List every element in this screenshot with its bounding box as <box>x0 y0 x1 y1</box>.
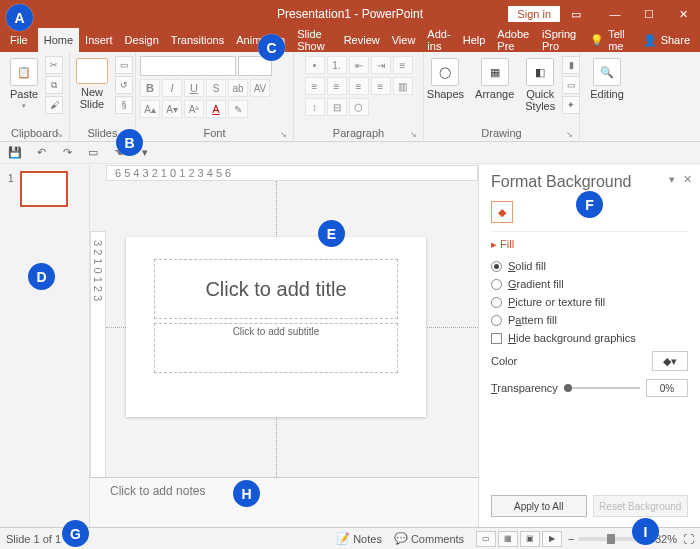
color-picker-button[interactable]: ◆▾ <box>652 351 688 371</box>
tab-transitions[interactable]: Transitions <box>165 28 230 52</box>
numbering-button[interactable]: 1. <box>327 56 347 74</box>
hide-bg-checkbox[interactable]: Hide background graphics <box>491 329 688 347</box>
tab-addins[interactable]: Add-ins <box>421 28 456 52</box>
font-family-input[interactable] <box>140 56 236 76</box>
columns-button[interactable]: ▥ <box>393 77 413 95</box>
zoom-out-button[interactable]: − <box>568 533 574 545</box>
shape-effects-button[interactable]: ✦ <box>562 96 580 114</box>
layout-button[interactable]: ▭ <box>115 56 133 74</box>
drawing-launcher[interactable]: ↘ <box>566 130 573 139</box>
apply-to-all-button[interactable]: Apply to All <box>491 495 587 517</box>
quick-styles-button[interactable]: ◧Quick Styles <box>521 56 559 114</box>
sorter-view-button[interactable]: ▦ <box>498 531 518 547</box>
slide-thumbnail-1[interactable]: 1 <box>20 171 68 207</box>
paragraph-launcher[interactable]: ↘ <box>410 130 417 139</box>
tab-file[interactable]: File <box>0 28 38 52</box>
redo-button[interactable]: ↷ <box>58 144 76 162</box>
ribbon-display-options[interactable]: ▭ <box>564 0 588 28</box>
normal-view-button[interactable]: ▭ <box>476 531 496 547</box>
maximize-button[interactable]: ☐ <box>632 0 666 28</box>
clipboard-launcher[interactable]: ↘ <box>56 130 63 139</box>
close-button[interactable]: ✕ <box>666 0 700 28</box>
title-placeholder[interactable]: Click to add title <box>154 259 398 319</box>
align-left-button[interactable]: ≡ <box>305 77 325 95</box>
save-button[interactable]: 💾 <box>6 144 24 162</box>
section-button[interactable]: § <box>115 96 133 114</box>
shape-outline-button[interactable]: ▭ <box>562 76 580 94</box>
new-slide-button[interactable]: New Slide <box>72 56 112 112</box>
shapes-button[interactable]: ◯Shapes <box>423 56 468 102</box>
clear-format-button[interactable]: Aᵃ <box>184 100 204 118</box>
shape-fill-button[interactable]: ▮ <box>562 56 580 74</box>
arrange-button[interactable]: ▦Arrange <box>471 56 518 102</box>
indent-inc-button[interactable]: ⇥ <box>371 56 391 74</box>
notes-pane[interactable]: Click to add notes <box>90 477 478 527</box>
align-text-button[interactable]: ⊟ <box>327 98 347 116</box>
minimize-button[interactable]: — <box>598 0 632 28</box>
grow-font-button[interactable]: A▴ <box>140 100 160 118</box>
paste-button[interactable]: 📋Paste▾ <box>6 56 42 112</box>
slide-info[interactable]: Slide 1 of 1 <box>6 533 61 545</box>
reading-view-button[interactable]: ▣ <box>520 531 540 547</box>
reset-background-button: Reset Background <box>593 495 689 517</box>
transparency-slider[interactable] <box>564 387 640 389</box>
comments-button[interactable]: 💬Comments <box>388 532 470 545</box>
tab-slideshow[interactable]: Slide Show <box>291 28 337 52</box>
bullets-button[interactable]: • <box>305 56 325 74</box>
highlight-button[interactable]: ✎ <box>228 100 248 118</box>
slide-canvas[interactable]: Click to add title Click to add subtitle <box>126 237 426 417</box>
tab-insert[interactable]: Insert <box>79 28 119 52</box>
start-from-beginning-button[interactable]: ▭ <box>84 144 102 162</box>
smartart-button[interactable]: ⬡ <box>349 98 369 116</box>
shrink-font-button[interactable]: A▾ <box>162 100 182 118</box>
font-color-button[interactable]: A <box>206 100 226 118</box>
share-button[interactable]: 👤Share <box>633 34 700 47</box>
justify-button[interactable]: ≡ <box>371 77 391 95</box>
shadow-button[interactable]: ab <box>228 79 248 97</box>
signin-button[interactable]: Sign in <box>508 6 560 22</box>
slideshow-view-button[interactable]: ▶ <box>542 531 562 547</box>
strike-button[interactable]: S <box>206 79 226 97</box>
solid-fill-radio[interactable]: Solid fill <box>491 257 688 275</box>
tab-adobe[interactable]: Adobe Pre <box>491 28 536 52</box>
spacing-button[interactable]: AV <box>250 79 270 97</box>
fit-to-window-button[interactable]: ⛶ <box>683 533 694 545</box>
indent-dec-button[interactable]: ⇤ <box>349 56 369 74</box>
align-right-button[interactable]: ≡ <box>349 77 369 95</box>
cut-button[interactable]: ✂ <box>45 56 63 74</box>
notes-button[interactable]: 📝Notes <box>330 532 388 545</box>
tab-ispring[interactable]: iSpring Pro <box>536 28 582 52</box>
subtitle-placeholder[interactable]: Click to add subtitle <box>154 323 398 373</box>
horizontal-ruler[interactable]: 6 5 4 3 2 1 0 1 2 3 4 5 6 <box>106 165 478 181</box>
italic-button[interactable]: I <box>162 79 182 97</box>
align-center-button[interactable]: ≡ <box>327 77 347 95</box>
tab-home[interactable]: Home <box>38 28 79 52</box>
font-launcher[interactable]: ↘ <box>280 130 287 139</box>
fill-tab-icon[interactable]: ◆ <box>491 201 513 223</box>
fill-section-heading[interactable]: ▸ Fill <box>491 238 688 251</box>
copy-button[interactable]: ⧉ <box>45 76 63 94</box>
reset-button[interactable]: ↺ <box>115 76 133 94</box>
gradient-fill-radio[interactable]: Gradient fill <box>491 275 688 293</box>
tab-view[interactable]: View <box>386 28 422 52</box>
tab-review[interactable]: Review <box>338 28 386 52</box>
comments-icon: 💬 <box>394 532 408 545</box>
tab-design[interactable]: Design <box>119 28 165 52</box>
transparency-value[interactable]: 0% <box>646 379 688 397</box>
slide-editor: 6 5 4 3 2 1 0 1 2 3 4 5 6 3 2 1 0 1 2 3 … <box>90 165 478 527</box>
tab-help[interactable]: Help <box>457 28 492 52</box>
pattern-fill-radio[interactable]: Pattern fill <box>491 311 688 329</box>
slide-thumbnails-panel[interactable]: 1 <box>0 165 90 527</box>
editing-button[interactable]: 🔍Editing <box>586 56 628 102</box>
picture-fill-radio[interactable]: Picture or texture fill <box>491 293 688 311</box>
panel-close-button[interactable]: ✕ <box>683 173 692 186</box>
undo-button[interactable]: ↶ <box>32 144 50 162</box>
zoom-slider[interactable] <box>579 537 639 541</box>
line-spacing-button[interactable]: ≡ <box>393 56 413 74</box>
tellme-button[interactable]: 💡Tell me <box>582 28 633 52</box>
format-painter-button[interactable]: 🖌 <box>45 96 63 114</box>
panel-dropdown[interactable]: ▾ <box>669 173 675 186</box>
underline-button[interactable]: U <box>184 79 204 97</box>
text-direction-button[interactable]: ↕ <box>305 98 325 116</box>
bold-button[interactable]: B <box>140 79 160 97</box>
